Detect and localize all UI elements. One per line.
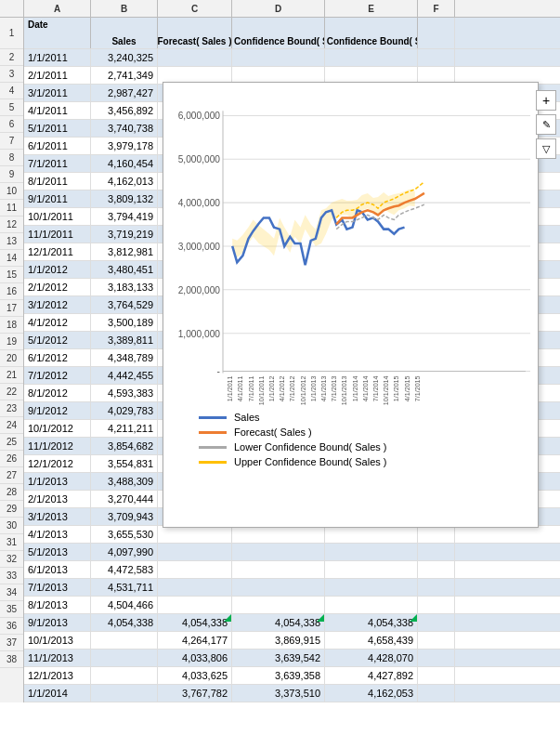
lower-value-34: 4,054,338	[275, 617, 320, 628]
cell-f-35	[418, 632, 455, 649]
chart-edit-button[interactable]: ✎	[536, 114, 556, 135]
cell-date-23: 10/1/2012	[24, 420, 91, 437]
cell-forecast-2	[158, 49, 232, 66]
cell-forecast-30	[158, 544, 232, 560]
chart-overlay: 6,000,000 5,000,000 4,000,000 3,000,000 …	[163, 82, 539, 528]
col-header-d: D	[232, 0, 325, 17]
svg-text:3,000,000: 3,000,000	[178, 242, 221, 252]
cell-date-38: 1/1/2014	[24, 685, 91, 702]
row-num-10: 10	[0, 183, 23, 200]
row-num-23: 23	[0, 400, 23, 417]
legend-lower-label: Lower Confidence Bound( Sales )	[234, 441, 386, 453]
row-num-35: 35	[0, 601, 23, 618]
row-num-4: 4	[0, 83, 23, 99]
cell-sales-10: 3,809,132	[91, 190, 158, 207]
cell-date-4: 3/1/2011	[24, 85, 91, 101]
cell-f-34	[418, 614, 455, 631]
cell-date-34: 9/1/2013	[24, 614, 91, 631]
row-num-2: 2	[0, 49, 23, 66]
row-num-12: 12	[0, 217, 23, 233]
row-num-26: 26	[0, 451, 23, 467]
row-num-8: 8	[0, 150, 23, 166]
cell-lower-33	[232, 597, 325, 613]
cell-date-21: 8/1/2012	[24, 385, 91, 401]
cell-forecast-36: 4,033,806	[158, 650, 232, 666]
row-num-15: 15	[0, 267, 23, 283]
cell-sales-3: 2,741,349	[91, 67, 158, 84]
cell-date-8: 7/1/2011	[24, 155, 91, 172]
row-num-20: 20	[0, 350, 23, 367]
table-row: 6/1/2013 4,472,583	[24, 561, 560, 579]
row-num-13: 13	[0, 233, 23, 250]
chart-filter-button[interactable]: ▽	[536, 138, 556, 159]
cell-upper-31	[325, 561, 418, 578]
svg-text:1/1/2014: 1/1/2014	[352, 375, 359, 401]
table-header-row: Date Sales Forecast( Sales ) Lower Confi…	[24, 18, 560, 49]
table-row: 10/1/2013 4,264,177 3,869,915 4,658,439	[24, 632, 560, 650]
row-num-19: 19	[0, 334, 23, 350]
svg-text:4/1/2014: 4/1/2014	[362, 375, 370, 401]
row-num-30: 30	[0, 518, 23, 534]
cell-sales-20: 4,442,455	[91, 367, 158, 384]
row-num-25: 25	[0, 434, 23, 451]
svg-text:4/1/2015: 4/1/2015	[404, 375, 411, 401]
chart-legend: Sales Forecast( Sales ) Lower Confidence…	[171, 412, 530, 467]
corner-cell	[0, 0, 24, 17]
cell-sales-19: 4,348,789	[91, 349, 158, 366]
cell-sales-26: 3,488,309	[91, 473, 158, 490]
cell-sales-9: 4,162,013	[91, 173, 158, 190]
cell-sales-12: 3,719,219	[91, 226, 158, 243]
row-num-38: 38	[0, 651, 23, 668]
table-row: 1/1/2011 3,240,325	[24, 49, 560, 67]
chart-add-button[interactable]: +	[536, 90, 556, 111]
cell-sales-30: 4,097,990	[91, 544, 158, 560]
cell-sales-38	[91, 685, 158, 702]
cell-upper-29	[325, 526, 418, 543]
cell-sales-5: 3,456,892	[91, 102, 158, 119]
header-sales: Sales	[91, 18, 158, 48]
cell-upper-38: 4,162,053	[325, 685, 418, 702]
cell-lower-2	[232, 49, 325, 66]
cell-sales-11: 3,794,419	[91, 208, 158, 225]
legend-upper-label: Upper Confidence Bound( Sales )	[234, 456, 386, 467]
legend-forecast: Forecast( Sales )	[199, 426, 530, 438]
cell-date-36: 11/1/2013	[24, 650, 91, 666]
table-row: 4/1/2013 3,655,530	[24, 526, 560, 544]
cell-forecast-34: 4,054,338	[158, 614, 232, 631]
forecast-value-34: 4,054,338	[182, 617, 228, 628]
cell-sales-17: 3,500,189	[91, 314, 158, 331]
svg-text:1/1/2015: 1/1/2015	[393, 375, 400, 401]
cell-sales-33: 4,504,466	[91, 597, 158, 613]
cell-f-2	[418, 49, 455, 66]
cell-date-16: 3/1/2012	[24, 296, 91, 313]
legend-upper-line	[199, 461, 227, 464]
cell-date-3: 2/1/2011	[24, 67, 91, 84]
cell-date-25: 12/1/2012	[24, 455, 91, 472]
cell-sales-24: 3,854,682	[91, 438, 158, 454]
cell-forecast-29	[158, 526, 232, 543]
row-num-21: 21	[0, 367, 23, 384]
legend-lower: Lower Confidence Bound( Sales )	[199, 441, 530, 453]
cell-lower-31	[232, 561, 325, 578]
header-f	[418, 18, 455, 48]
svg-text:5,000,000: 5,000,000	[178, 154, 221, 164]
row-num-22: 22	[0, 384, 23, 400]
cell-sales-21: 4,593,383	[91, 385, 158, 401]
header-date: Date	[24, 18, 91, 48]
table-row: 8/1/2013 4,504,466	[24, 597, 560, 614]
svg-text:7/1/2013: 7/1/2013	[331, 375, 338, 401]
spreadsheet: A B C D E F 1 2 3 4 5 6 7 8 9 10 11 12 1…	[0, 0, 560, 748]
cell-date-11: 10/1/2011	[24, 208, 91, 225]
svg-text:4/1/2011: 4/1/2011	[237, 375, 244, 401]
cell-sales-28: 3,709,943	[91, 508, 158, 525]
chart-svg: 6,000,000 5,000,000 4,000,000 3,000,000 …	[171, 90, 530, 406]
svg-text:1/1/2012: 1/1/2012	[268, 375, 276, 401]
cell-sales-22: 4,029,783	[91, 402, 158, 419]
cell-date-19: 6/1/2012	[24, 349, 91, 366]
cell-f-30	[418, 544, 455, 560]
cell-lower-38: 3,373,510	[232, 685, 325, 702]
row-num-32: 32	[0, 551, 23, 568]
row-num-5: 5	[0, 99, 23, 116]
header-forecast: Forecast( Sales )	[158, 18, 232, 48]
cell-sales-2: 3,240,325	[91, 49, 158, 66]
